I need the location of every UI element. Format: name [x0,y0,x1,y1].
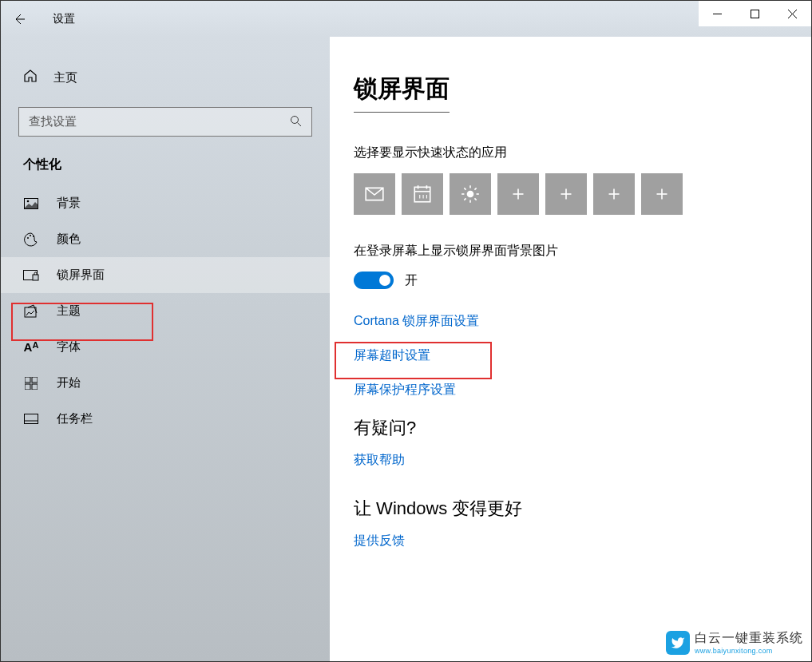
svg-line-32 [464,188,465,189]
svg-rect-12 [33,275,38,280]
content-pane: 锁屏界面 选择要显示快速状态的应用 在登录屏幕上显示锁屏界面背景图片 开 Cor… [330,37,811,661]
sidebar-item-start[interactable]: 开始 [1,365,330,401]
link-timeout[interactable]: 屏幕超时设置 [354,347,787,364]
start-icon [23,377,39,390]
search-icon [290,115,302,129]
watermark-main: 白云一键重装系统 [695,630,803,647]
sidebar-item-colors[interactable]: 颜色 [1,221,330,257]
svg-rect-14 [25,377,30,383]
maximize-button[interactable] [736,1,774,26]
svg-line-34 [464,198,465,200]
link-feedback[interactable]: 提供反馈 [354,533,787,549]
link-cortana[interactable]: Cortana 锁屏界面设置 [354,313,787,330]
page-title: 锁屏界面 [354,73,450,113]
search-input[interactable]: 查找设置 [18,107,312,137]
titlebar: 设置 [1,1,811,37]
watermark-sub: www.baiyunxitong.com [695,647,803,655]
fonts-icon: AA [23,340,39,354]
svg-point-9 [30,235,31,236]
better-heading: 让 Windows 变得更好 [354,497,787,521]
sidebar-item-background[interactable]: 背景 [1,185,330,221]
link-screensaver[interactable]: 屏幕保护程序设置 [354,382,787,398]
sidebar-section: 个性化 [1,157,330,185]
svg-rect-20 [414,187,430,201]
link-help[interactable]: 获取帮助 [354,452,787,469]
svg-point-10 [33,236,34,237]
back-button[interactable] [1,1,37,37]
window-controls [699,1,811,26]
svg-point-27 [467,191,474,198]
quick-status-label: 选择要显示快速状态的应用 [354,145,787,161]
sidebar-item-fonts[interactable]: AA 字体 [1,329,330,365]
tile-weather[interactable] [450,173,491,215]
sidebar-home-label: 主页 [53,70,77,85]
close-button[interactable] [774,1,811,26]
bg-toggle-label: 在登录屏幕上显示锁屏界面背景图片 [354,243,787,260]
taskbar-icon [23,414,39,424]
tile-add-2[interactable] [545,173,587,215]
nav-label: 颜色 [57,232,81,247]
sidebar-home[interactable]: 主页 [1,61,330,95]
nav-label: 背景 [57,196,81,211]
nav-label: 主题 [57,303,81,319]
tile-calendar[interactable] [402,173,443,215]
search-placeholder: 查找设置 [29,114,77,129]
svg-rect-16 [25,384,30,390]
themes-icon [23,304,39,319]
palette-icon [23,232,39,247]
nav-label: 开始 [57,375,81,390]
sidebar-item-lockscreen[interactable]: 锁屏界面 [1,257,330,293]
watermark: 白云一键重装系统 www.baiyunxitong.com [666,630,803,655]
svg-line-33 [474,198,476,200]
minimize-button[interactable] [699,1,736,26]
bg-toggle[interactable] [354,272,394,289]
bg-toggle-row: 开 [354,272,787,289]
tile-mail[interactable] [354,173,395,215]
svg-point-7 [27,200,30,202]
picture-icon [23,198,39,209]
nav-label: 锁屏界面 [57,268,105,283]
sidebar: 主页 查找设置 个性化 背景 颜色 锁屏界面 主题 AA 字体 [1,37,330,661]
tile-add-3[interactable] [593,173,635,215]
svg-line-35 [474,188,476,189]
svg-rect-18 [25,414,38,424]
watermark-icon [666,631,690,655]
toggle-state: 开 [405,272,418,289]
svg-rect-1 [751,10,759,18]
svg-line-5 [298,122,302,126]
home-icon [23,69,38,87]
help-heading: 有疑问? [354,416,787,440]
window-title: 设置 [53,12,75,26]
nav-label: 任务栏 [57,411,93,426]
sidebar-item-taskbar[interactable]: 任务栏 [1,401,330,437]
quick-status-tiles [354,173,787,215]
svg-point-4 [291,116,299,123]
svg-rect-17 [32,384,38,390]
tile-add-4[interactable] [641,173,683,215]
nav-label: 字体 [57,339,81,355]
tile-add-1[interactable] [497,173,539,215]
svg-rect-15 [32,377,38,383]
sidebar-item-themes[interactable]: 主题 [1,293,330,329]
lockscreen-icon [23,270,39,281]
svg-rect-13 [25,307,36,317]
svg-point-8 [27,237,29,239]
